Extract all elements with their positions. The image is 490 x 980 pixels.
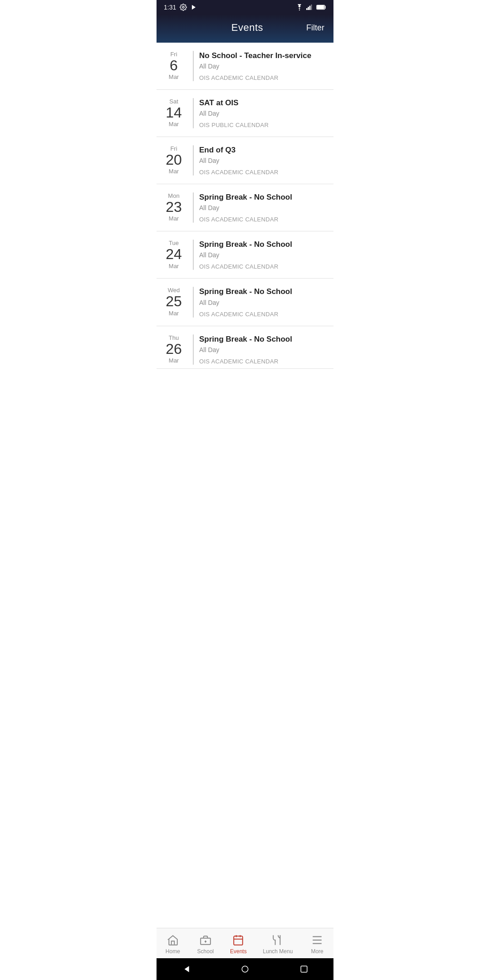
event-day-number: 26	[166, 341, 182, 357]
svg-point-21	[242, 966, 248, 972]
event-calendar: OIS ACADEMIC CALENDAR	[199, 311, 326, 318]
event-details: No School - Teacher In-service All Day O…	[199, 51, 326, 81]
event-day-number: 24	[166, 246, 182, 262]
event-calendar: OIS ACADEMIC CALENDAR	[199, 169, 326, 176]
event-day-number: 25	[166, 294, 182, 309]
event-item[interactable]: Wed 25 Mar Spring Break - No School All …	[157, 279, 333, 326]
event-day-name: Thu	[169, 334, 179, 341]
event-day-name: Wed	[168, 287, 180, 294]
event-day-number: 6	[170, 58, 178, 74]
event-day-name: Sat	[169, 98, 178, 105]
event-time: All Day	[199, 110, 326, 117]
event-date: Thu 26 Mar	[164, 334, 187, 365]
event-details: Spring Break - No School All Day OIS ACA…	[199, 287, 326, 317]
event-title: Spring Break - No School	[199, 334, 326, 344]
status-bar: 1:31	[157, 0, 333, 15]
event-date: Fri 6 Mar	[164, 51, 187, 81]
event-month: Mar	[169, 357, 179, 364]
event-month: Mar	[169, 263, 179, 270]
event-month: Mar	[169, 215, 179, 222]
status-left: 1:31	[164, 4, 197, 11]
event-divider	[193, 51, 194, 81]
school-icon	[199, 934, 212, 946]
recents-button[interactable]	[299, 964, 309, 975]
event-date: Fri 20 Mar	[164, 145, 187, 176]
filter-button[interactable]: Filter	[306, 23, 324, 33]
event-item[interactable]: Thu 26 Mar Spring Break - No School All …	[157, 326, 333, 369]
event-calendar: OIS ACADEMIC CALENDAR	[199, 263, 326, 270]
event-item[interactable]: Mon 23 Mar Spring Break - No School All …	[157, 184, 333, 231]
event-calendar: OIS PUBLIC CALENDAR	[199, 122, 326, 128]
svg-marker-20	[185, 966, 189, 972]
event-details: Spring Break - No School All Day OIS ACA…	[199, 240, 326, 270]
event-title: Spring Break - No School	[199, 240, 326, 250]
svg-rect-22	[301, 966, 307, 972]
event-divider	[193, 98, 194, 128]
event-details: Spring Break - No School All Day OIS ACA…	[199, 192, 326, 223]
nav-item-lunch-menu[interactable]: Lunch Menu	[257, 932, 298, 956]
battery-icon	[316, 5, 326, 10]
event-day-name: Fri	[170, 51, 177, 58]
lunch-menu-icon	[271, 934, 284, 946]
event-day-name: Fri	[170, 145, 177, 152]
svg-rect-4	[308, 7, 309, 10]
page-title: Events	[188, 22, 306, 34]
nav-item-events[interactable]: Events	[225, 932, 252, 956]
nav-item-more[interactable]: More	[304, 932, 331, 956]
event-calendar: OIS ACADEMIC CALENDAR	[199, 216, 326, 223]
event-day-number: 23	[166, 199, 182, 215]
event-item[interactable]: Tue 24 Mar Spring Break - No School All …	[157, 231, 333, 279]
event-time: All Day	[199, 251, 326, 259]
nav-item-home[interactable]: Home	[159, 932, 186, 956]
event-time: All Day	[199, 346, 326, 353]
event-divider	[193, 334, 194, 365]
events-label: Events	[230, 948, 247, 955]
event-month: Mar	[169, 310, 179, 317]
play-icon	[191, 4, 197, 10]
event-date: Sat 14 Mar	[164, 98, 187, 128]
event-month: Mar	[169, 74, 179, 80]
home-button[interactable]	[240, 964, 250, 975]
event-item[interactable]: Sat 14 Mar SAT at OIS All Day OIS PUBLIC…	[157, 90, 333, 137]
signal-icon	[306, 4, 314, 10]
event-title: End of Q3	[199, 145, 326, 155]
svg-point-2	[299, 10, 300, 10]
event-date: Mon 23 Mar	[164, 192, 187, 223]
wifi-icon	[295, 4, 304, 10]
svg-marker-1	[192, 5, 196, 10]
event-day-number: 20	[166, 152, 182, 168]
event-divider	[193, 145, 194, 176]
event-divider	[193, 287, 194, 317]
android-nav-bar	[157, 958, 333, 980]
status-time: 1:31	[164, 4, 176, 11]
lunch-menu-label: Lunch Menu	[263, 948, 293, 955]
event-month: Mar	[169, 168, 179, 175]
bottom-navigation: Home School Events	[157, 928, 333, 958]
svg-point-0	[182, 6, 184, 8]
svg-rect-3	[306, 8, 308, 10]
more-icon	[311, 934, 323, 946]
nav-item-school[interactable]: School	[192, 932, 220, 956]
event-title: Spring Break - No School	[199, 287, 326, 297]
event-time: All Day	[199, 157, 326, 164]
event-month: Mar	[169, 121, 179, 127]
event-title: Spring Break - No School	[199, 192, 326, 202]
event-divider	[193, 192, 194, 223]
event-date: Wed 25 Mar	[164, 287, 187, 317]
settings-icon	[180, 4, 187, 11]
event-time: All Day	[199, 204, 326, 211]
status-right	[295, 4, 326, 10]
school-label: School	[197, 948, 214, 955]
events-list: Fri 6 Mar No School - Teacher In-service…	[157, 43, 333, 928]
event-item[interactable]: Fri 6 Mar No School - Teacher In-service…	[157, 43, 333, 90]
event-details: Spring Break - No School All Day OIS ACA…	[199, 334, 326, 365]
svg-rect-6	[311, 5, 312, 10]
svg-rect-9	[317, 5, 324, 9]
event-title: SAT at OIS	[199, 98, 326, 108]
back-button[interactable]	[181, 964, 191, 975]
svg-rect-5	[309, 6, 311, 10]
event-calendar: OIS ACADEMIC CALENDAR	[199, 358, 326, 365]
event-item[interactable]: Fri 20 Mar End of Q3 All Day OIS ACADEMI…	[157, 137, 333, 184]
event-title: No School - Teacher In-service	[199, 51, 326, 61]
event-details: SAT at OIS All Day OIS PUBLIC CALENDAR	[199, 98, 326, 128]
